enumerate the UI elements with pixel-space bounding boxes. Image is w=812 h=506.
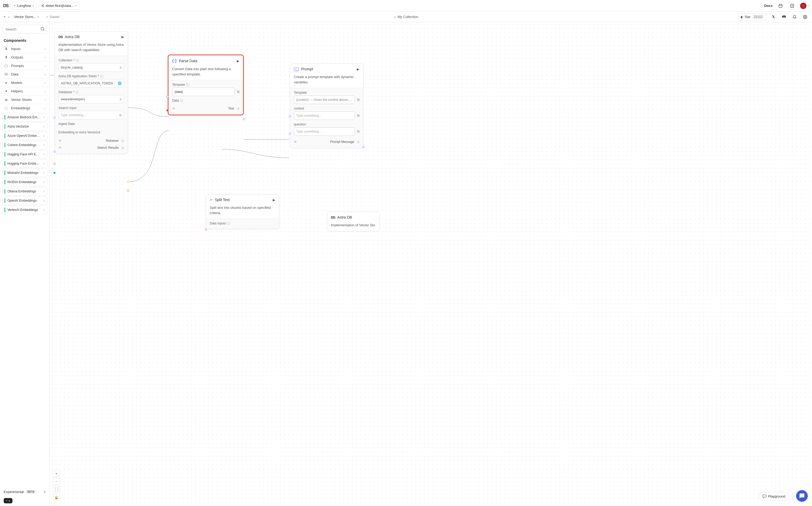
sidebar-category-prompts[interactable]: ▢Prompts› [0, 61, 49, 70]
x-twitter-icon[interactable]: 𝕏 [770, 13, 777, 21]
sidebar-category-embeddings[interactable]: ⬚Embeddings⌄ [0, 104, 49, 112]
info-icon[interactable]: i [76, 59, 79, 62]
database-select[interactable]: wearedevelopers⇅ [59, 95, 124, 103]
expand-icon[interactable]: ⧉ [119, 113, 122, 117]
info-icon[interactable]: i [75, 90, 79, 94]
play-icon[interactable]: ▶ [121, 35, 124, 39]
breadcrumb[interactable]: ⌂ My Collection [394, 15, 418, 19]
lock-button[interactable]: 🔒 [53, 494, 60, 501]
template-input[interactable]: {context} --- Given the context above, a… [294, 95, 355, 104]
input-port[interactable] [205, 228, 207, 231]
drag-handle-icon[interactable]: ≡ [43, 180, 45, 184]
drag-handle-icon[interactable]: ≡ [43, 153, 45, 156]
output-port[interactable] [363, 146, 365, 148]
expand-icon[interactable]: ⧉ [357, 98, 360, 102]
play-icon[interactable]: ▶ [273, 198, 275, 202]
fit-view-button[interactable]: ⛶ [53, 486, 60, 493]
intercom-chat-button[interactable] [796, 490, 808, 502]
eye-icon[interactable]: 👁 [172, 107, 175, 110]
eye-icon[interactable]: 👁 [59, 146, 62, 150]
settings-icon[interactable] [801, 13, 809, 21]
info-icon[interactable]: i [100, 75, 103, 78]
embedding-item[interactable]: Hugging Face API Embeddi...≡ [2, 150, 47, 159]
node-astra-db[interactable]: DS Astra DB ▶ Implementation of Vector S… [55, 31, 128, 154]
input-port[interactable] [289, 115, 291, 117]
experimental-section[interactable]: Experimental BETA ⇅ [0, 487, 49, 497]
collection-select[interactable]: bicycle_catalog⇅ [59, 63, 124, 72]
input-port[interactable] [54, 163, 56, 165]
embedding-item[interactable]: Astra Vectorize≡ [2, 122, 47, 131]
search-input-field[interactable]: Type something...⧉ [59, 111, 124, 119]
sidebar-category-data[interactable]: ⛁Data› [0, 70, 49, 78]
target-icon[interactable]: ◎ [357, 140, 360, 144]
context-input[interactable]: Type something... [294, 111, 355, 120]
expand-icon[interactable]: ⧉ [357, 130, 360, 134]
calendar-icon[interactable] [777, 2, 784, 9]
embedding-item[interactable]: OpenAI Embeddings≡ [2, 196, 47, 205]
embedding-item[interactable]: Cohere Embeddings≡ [2, 141, 47, 149]
github-star-button[interactable]: ◐ Star 22112 [738, 13, 767, 21]
info-icon[interactable]: i [180, 99, 183, 102]
drag-handle-icon[interactable]: ≡ [43, 162, 45, 165]
drag-handle-icon[interactable]: ≡ [43, 190, 45, 193]
token-input[interactable]: ASTRA_DB_APPLICATION_TOKEN🌐 [59, 79, 124, 88]
expand-icon[interactable]: ⧉ [357, 113, 360, 118]
user-dropdown[interactable]: ⑆ dieter.flick@data... ▾ [39, 2, 80, 9]
project-dropdown[interactable]: ⑂ Langflow ▾ [11, 2, 37, 9]
embedding-item[interactable]: NVIDIA Embeddings≡ [2, 178, 47, 186]
back-button[interactable]: ‹ [8, 15, 9, 19]
sidebar-category-inputs[interactable]: ⬇Inputs› [0, 45, 49, 53]
globe-icon[interactable]: 🌐 [118, 82, 122, 85]
drag-handle-icon[interactable]: ≡ [43, 171, 45, 174]
import-icon[interactable] [789, 2, 796, 9]
drag-handle-icon[interactable]: ≡ [43, 199, 45, 202]
template-input[interactable]: {data} [172, 88, 235, 96]
playground-button[interactable]: 💬 Playground [758, 492, 790, 501]
question-input[interactable]: Type something... [294, 127, 355, 136]
embedding-item[interactable]: Ollama Embeddings≡ [2, 187, 47, 195]
play-icon[interactable]: ▶ [237, 59, 239, 63]
input-port[interactable] [54, 151, 56, 153]
drag-handle-icon[interactable]: ≡ [43, 144, 45, 147]
expand-icon[interactable]: ⧉ [237, 90, 239, 94]
sidebar-category-helpers[interactable]: ✦Helpers› [0, 87, 49, 95]
output-port[interactable] [127, 189, 129, 192]
input-port[interactable] [289, 133, 291, 135]
target-icon[interactable]: ◎ [121, 139, 124, 143]
version-badge[interactable]: ⑂ v [4, 498, 12, 503]
sidebar-category-outputs[interactable]: ⬆Outputs› [0, 53, 49, 61]
embedding-item[interactable]: MistralAI Embeddings≡ [2, 169, 47, 177]
docs-link[interactable]: Docs [764, 4, 773, 8]
drag-handle-icon[interactable]: ≡ [43, 125, 45, 128]
eye-icon[interactable]: 👁 [294, 140, 297, 144]
drag-handle-icon[interactable]: ≡ [43, 134, 45, 137]
node-astra-db-2[interactable]: DS Astra DB Implementation of Vector Sto [327, 212, 380, 231]
input-port[interactable] [166, 95, 169, 98]
search-input[interactable] [3, 25, 47, 33]
eye-icon[interactable]: 👁 [59, 139, 62, 143]
target-icon[interactable]: ◎ [121, 146, 124, 150]
output-port[interactable] [243, 118, 245, 120]
sidebar-category-vector-stores[interactable]: ≣Vector Stores› [0, 95, 49, 104]
input-port[interactable] [54, 172, 56, 174]
input-port[interactable] [166, 109, 169, 111]
drag-handle-icon[interactable]: ≡ [43, 208, 45, 212]
embedding-item[interactable]: Hugging Face Embeddings≡ [2, 159, 47, 168]
flow-selector[interactable]: Vector Store... ▾ [11, 13, 41, 20]
zoom-in-button[interactable]: + [53, 470, 60, 477]
flow-tree-icon[interactable]: ⚭ [3, 15, 6, 19]
play-icon[interactable]: ▶ [357, 67, 360, 71]
discord-icon[interactable] [780, 13, 788, 21]
output-port[interactable] [127, 181, 129, 183]
sidebar-category-models[interactable]: ⎈Models› [0, 78, 49, 87]
bell-icon[interactable] [791, 13, 798, 21]
zoom-out-button[interactable]: − [53, 478, 60, 485]
info-icon[interactable]: i [186, 83, 189, 86]
node-prompt[interactable]: >_ Prompt ▶ Create a prompt template wit… [290, 64, 364, 148]
drag-handle-icon[interactable]: ≡ [43, 116, 45, 119]
user-menu[interactable]: ▾ [800, 3, 809, 9]
input-port[interactable] [54, 117, 56, 119]
node-parse-data[interactable]: { } Parse Data ▶ Convert Data into plain… [168, 55, 244, 115]
embedding-item[interactable]: Azure OpenAI Embeddings≡ [2, 132, 47, 140]
embedding-item[interactable]: VertexAI Embeddings≡ [2, 205, 47, 214]
